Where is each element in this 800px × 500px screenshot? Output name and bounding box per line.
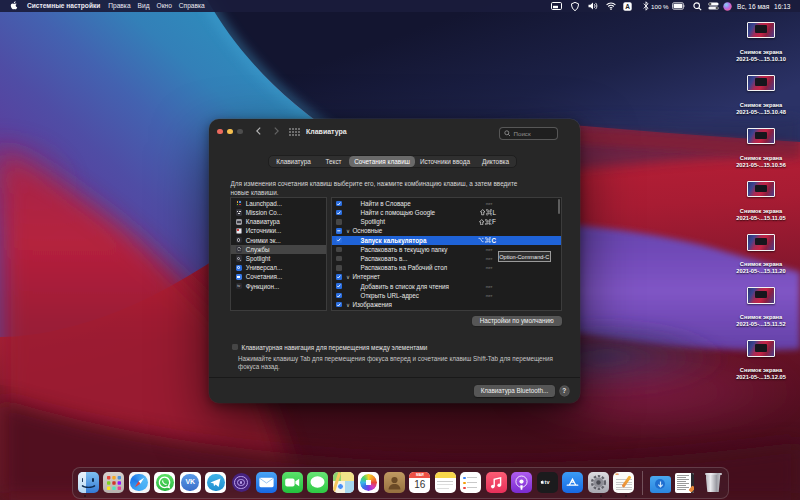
svg-text:tv: tv: [544, 479, 550, 485]
svg-text:A: A: [625, 2, 630, 9]
